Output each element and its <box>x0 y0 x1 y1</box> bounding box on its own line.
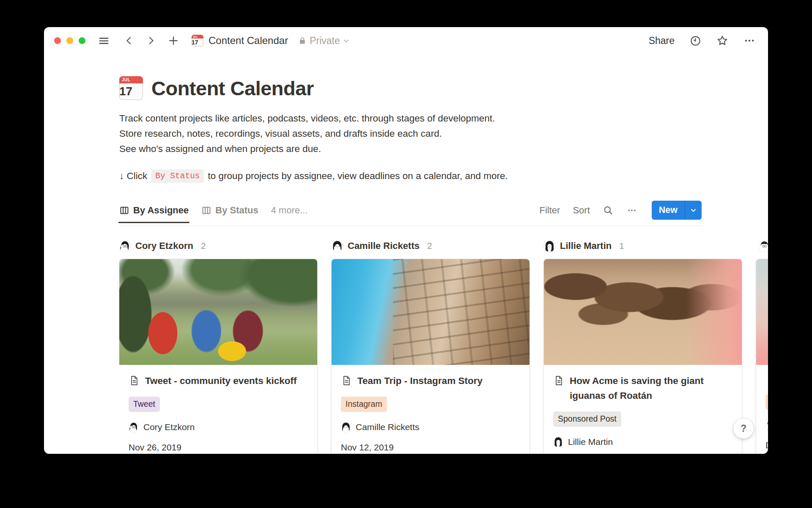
new-split-button: New <box>652 201 702 220</box>
column-count: 1 <box>619 241 624 251</box>
card-cover-iguanas-photo <box>544 259 742 365</box>
column-title: Camille Ricketts <box>348 240 420 251</box>
column-header[interactable]: Camille Ricketts 2 <box>332 239 529 253</box>
board-card[interactable]: V D <box>756 259 768 454</box>
lock-icon <box>298 36 307 45</box>
minimize-button[interactable] <box>66 37 73 44</box>
avatar <box>129 422 139 432</box>
page-icon <box>765 375 768 386</box>
board-column-lillie: Lillie Martin 1 How Acme is saving the g… <box>544 239 742 454</box>
traffic-lights <box>54 37 85 44</box>
card-body: How Acme is saving the giant iguanas of … <box>544 365 742 454</box>
board-view-icon <box>119 205 129 215</box>
callout-code-chip: By Status <box>151 169 203 183</box>
card-assignee: Lillie Martin <box>568 437 613 447</box>
notion-window: JUL 17 Content Calendar Private Share <box>44 27 768 454</box>
card-date: D <box>765 440 768 450</box>
avatar <box>759 240 768 252</box>
new-dropdown-button[interactable] <box>685 201 702 220</box>
card-assignee: Cory Etzkorn <box>143 422 195 432</box>
card-body: Team Trip - Instagram Story Instagram Ca… <box>332 365 529 454</box>
avatar <box>553 437 563 447</box>
board-view-icon <box>201 205 211 215</box>
column-count: 2 <box>201 241 206 251</box>
help-button[interactable]: ? <box>733 418 754 439</box>
calendar-emoji-icon: JUL 17 <box>192 35 203 47</box>
filter-button[interactable]: Filter <box>540 205 560 216</box>
board-card[interactable]: Tweet - community events kickoff Tweet C… <box>119 259 317 454</box>
history-nav <box>124 36 156 46</box>
avatar <box>765 420 768 430</box>
description-line: Track content projects like articles, po… <box>119 111 768 126</box>
column-header[interactable] <box>756 239 768 253</box>
callout-prefix: ↓ Click <box>119 171 147 182</box>
description-line: See who's assigned and when projects are… <box>119 141 768 157</box>
new-button[interactable]: New <box>652 201 685 220</box>
calendar-emoji-day: 17 <box>119 85 132 98</box>
search-icon[interactable] <box>603 205 614 216</box>
board-column-partial: V D <box>756 239 768 454</box>
calendar-emoji-day: 17 <box>192 39 198 46</box>
view-actions: Filter Sort New <box>540 201 702 220</box>
sidebar-toggle-icon[interactable] <box>98 35 110 47</box>
card-cover-festival-photo <box>119 259 317 365</box>
close-button[interactable] <box>54 37 61 44</box>
tab-label: By Assignee <box>133 205 189 216</box>
breadcrumb[interactable]: JUL 17 Content Calendar <box>192 35 288 47</box>
card-date: Nov 26, 2019 <box>129 442 308 453</box>
board-card[interactable]: Team Trip - Instagram Story Instagram Ca… <box>332 259 529 454</box>
view-options-icon[interactable] <box>626 205 637 216</box>
new-page-icon[interactable] <box>168 35 179 46</box>
board-card[interactable]: How Acme is saving the giant iguanas of … <box>544 259 742 454</box>
card-date: Nov 12, 2019 <box>341 442 520 453</box>
column-header[interactable]: Lillie Martin 1 <box>544 239 742 253</box>
updates-clock-icon[interactable] <box>690 35 701 47</box>
share-button[interactable]: Share <box>649 35 675 47</box>
page-icon <box>553 375 564 386</box>
page-content: JUL 17 Content Calendar Track content pr… <box>44 54 768 454</box>
more-views-button[interactable]: 4 more... <box>271 205 308 216</box>
chevron-down-icon <box>690 207 697 214</box>
sort-button[interactable]: Sort <box>573 205 590 216</box>
tab-by-assignee[interactable]: By Assignee <box>119 205 189 216</box>
card-assignee: Camille Ricketts <box>356 422 420 432</box>
tag-badge: Instagram <box>341 397 387 412</box>
page-calendar-emoji-icon[interactable]: JUL 17 <box>119 76 143 100</box>
more-options-icon[interactable] <box>743 35 755 47</box>
tag-badge: Tweet <box>129 397 160 412</box>
card-cover-casa-mila-photo <box>332 259 529 365</box>
toolbar-actions: Share <box>649 35 755 47</box>
privacy-dropdown[interactable]: Private <box>298 35 349 47</box>
page-title-row: JUL 17 Content Calendar <box>119 76 768 100</box>
calendar-emoji-month: JUL <box>192 35 203 39</box>
tab-label: By Status <box>215 205 258 216</box>
zoom-button[interactable] <box>79 37 85 44</box>
card-title: Team Trip - Instagram Story <box>357 373 483 388</box>
tag-badge: V <box>765 395 768 410</box>
page-title: Content Calendar <box>151 77 314 100</box>
tip-callout: ↓ Click By Status to group projects by a… <box>119 169 768 183</box>
callout-suffix: to group projects by assignee, view dead… <box>208 171 508 182</box>
card-cover-gradient-photo <box>756 259 768 365</box>
views-bar: By Assignee By Status 4 more... Filter S… <box>119 201 702 226</box>
back-icon[interactable] <box>124 36 134 46</box>
page-description: Track content projects like articles, po… <box>119 111 768 157</box>
breadcrumb-title: Content Calendar <box>208 35 288 47</box>
column-header[interactable]: Cory Etzkorn 2 <box>119 239 317 253</box>
board-column-camille: Camille Ricketts 2 Team Trip - Instagram… <box>332 239 529 454</box>
column-count: 2 <box>427 241 432 251</box>
window-toolbar: JUL 17 Content Calendar Private Share <box>44 27 768 54</box>
column-title: Lillie Martin <box>560 240 612 251</box>
board-column-cory: Cory Etzkorn 2 Tweet - community events … <box>119 239 317 454</box>
page-icon <box>129 375 140 386</box>
privacy-label: Private <box>310 35 340 47</box>
forward-icon[interactable] <box>146 36 156 46</box>
tab-by-status[interactable]: By Status <box>201 205 258 216</box>
chevron-down-icon <box>343 38 349 44</box>
favorite-star-icon[interactable] <box>716 35 728 47</box>
description-line: Store research, notes, recordings, visua… <box>119 126 768 141</box>
board: Cory Etzkorn 2 Tweet - community events … <box>119 239 768 454</box>
card-body: V D <box>756 365 768 454</box>
card-body: Tweet - community events kickoff Tweet C… <box>119 365 317 454</box>
calendar-emoji-month: JUL <box>119 76 143 83</box>
